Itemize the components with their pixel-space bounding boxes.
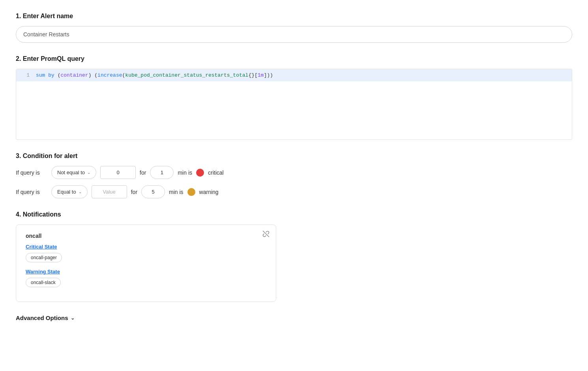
unlink-button[interactable] xyxy=(262,230,270,239)
code-selector: {}[ xyxy=(248,72,257,78)
critical-tag-chip: oncall-pager xyxy=(26,253,62,262)
for-label-2: for xyxy=(131,189,137,195)
notifications-card: oncall Critical State oncall-pager Warni… xyxy=(16,224,276,302)
advanced-options-label: Advanced Options xyxy=(16,315,68,321)
code-paren2: ( xyxy=(94,72,97,78)
code-function: increase xyxy=(97,72,122,78)
alert-name-section: 1. Enter Alert name xyxy=(16,13,572,43)
notifications-section: 4. Notifications oncall Critical State o… xyxy=(16,211,572,302)
min-input-2[interactable] xyxy=(141,185,165,198)
status-dot-critical xyxy=(196,169,204,177)
notifications-title: 4. Notifications xyxy=(16,211,572,218)
operator-dropdown-1[interactable]: Not equal to ⌄ xyxy=(51,166,96,179)
min-is-2: min is xyxy=(169,189,184,195)
operator-label-1: Not equal to xyxy=(57,169,85,175)
condition-row-warning: If query is Equal to ⌄ for min is warnin… xyxy=(16,185,572,198)
code-content: sum by (container) (increase(kube_pod_co… xyxy=(36,72,279,78)
condition-label-1: If query is xyxy=(16,169,47,176)
operator-dropdown-2[interactable]: Equal to ⌄ xyxy=(51,185,88,198)
alert-name-title: 1. Enter Alert name xyxy=(16,13,572,20)
advanced-options-toggle[interactable]: Advanced Options ⌄ xyxy=(16,315,572,321)
chevron-icon-1: ⌄ xyxy=(87,170,90,175)
promql-title: 2. Enter PromQL query xyxy=(16,55,572,62)
unlink-icon xyxy=(262,232,270,239)
warning-tag-container: oncall-slack xyxy=(26,278,266,294)
value-input-2[interactable] xyxy=(92,185,127,198)
code-metric: kube_pod_container_status_restarts_total xyxy=(125,72,248,78)
advanced-options-chevron: ⌄ xyxy=(71,315,75,321)
code-keyword: sum by xyxy=(36,72,54,78)
promql-editor[interactable]: 1 sum by (container) (increase(kube_pod_… xyxy=(16,69,572,140)
for-label-1: for xyxy=(140,169,146,176)
critical-state-label[interactable]: Critical State xyxy=(26,244,266,250)
alert-name-input[interactable] xyxy=(16,26,572,43)
status-label-warning: warning xyxy=(199,189,219,195)
operator-label-2: Equal to xyxy=(57,189,76,195)
condition-section: 3. Condition for alert If query is Not e… xyxy=(16,153,572,198)
promql-section: 2. Enter PromQL query 1 sum by (containe… xyxy=(16,55,572,140)
value-input-1[interactable] xyxy=(100,166,136,179)
condition-label-2: If query is xyxy=(16,189,47,195)
condition-row-critical: If query is Not equal to ⌄ for min is cr… xyxy=(16,166,572,179)
warning-tag-chip: oncall-slack xyxy=(26,278,61,287)
code-container: container xyxy=(60,72,88,78)
chevron-icon-2: ⌄ xyxy=(79,190,82,194)
critical-tag-container: oncall-pager xyxy=(26,253,266,269)
condition-title: 3. Condition for alert xyxy=(16,153,572,160)
min-input-1[interactable] xyxy=(150,166,174,179)
code-duration: 1m xyxy=(258,72,264,78)
code-paren-close: ) xyxy=(88,72,92,78)
code-close: ])) xyxy=(264,72,273,78)
line-number: 1 xyxy=(16,72,36,78)
card-name: oncall xyxy=(26,233,266,239)
min-is-1: min is xyxy=(178,169,192,176)
status-label-critical: critical xyxy=(208,169,224,176)
promql-line-1: 1 sum by (container) (increase(kube_pod_… xyxy=(16,69,572,81)
status-dot-warning xyxy=(187,188,195,196)
warning-state-label[interactable]: Warning State xyxy=(26,269,266,275)
